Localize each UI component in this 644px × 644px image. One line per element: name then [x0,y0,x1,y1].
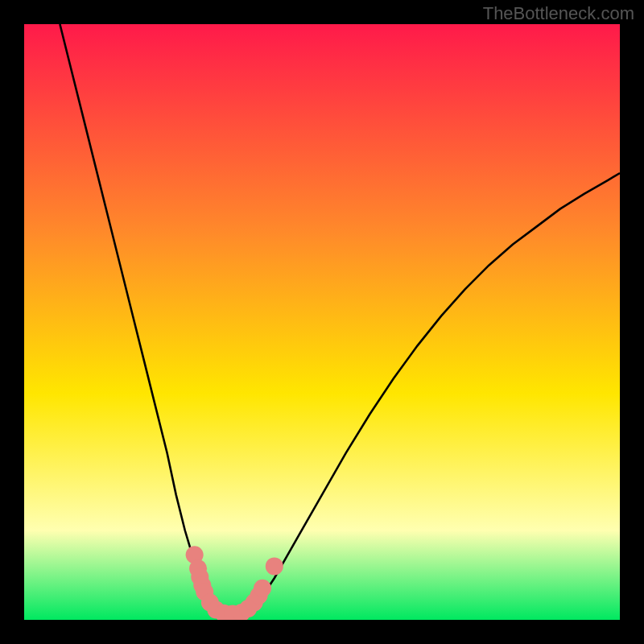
chart-frame: TheBottleneck.com [0,0,644,644]
data-marker [254,580,271,597]
chart-svg [24,24,620,620]
gradient-background [24,24,620,620]
data-marker [266,557,283,575]
watermark-text: TheBottleneck.com [483,3,634,24]
plot-area [24,24,620,620]
